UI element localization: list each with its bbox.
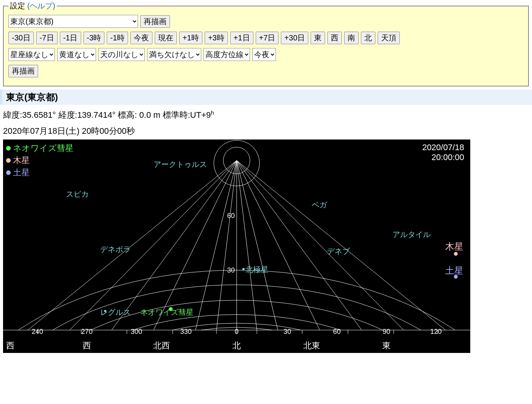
legend-label: 土星 [13, 167, 30, 178]
svg-line-14 [237, 160, 404, 330]
az-tick-270: 270 [81, 328, 93, 336]
az-tick-120: 120 [430, 328, 442, 336]
btn-east[interactable]: 東 [311, 32, 325, 44]
btn-plus-30d[interactable]: +30日 [281, 32, 308, 44]
btn-plus-3h[interactable]: +3時 [205, 32, 228, 44]
dir-n: 北 [232, 340, 241, 351]
alt-tick-60: 60 [227, 212, 235, 220]
dir-e: 東 [382, 340, 391, 351]
legend-item-jupiter: 木星 [6, 155, 74, 166]
legend-item-saturn: 土星 [6, 167, 74, 178]
help-link[interactable]: (ヘルプ) [27, 2, 55, 10]
select-constellation[interactable]: 星座線なし [8, 48, 55, 61]
svg-line-15 [237, 160, 445, 330]
legend-label: ネオワイズ彗星 [13, 143, 74, 154]
object-neowise: ネオワイズ彗星 [140, 307, 194, 317]
dir-edge-left: 西 [6, 340, 14, 351]
star-arcturus: アークトゥルス [154, 159, 207, 170]
btn-zenith[interactable]: 天頂 [378, 32, 400, 44]
sky-chart: ネオワイズ彗星 木星 土星 2020/07/18 20:00:00 60 30 … [3, 139, 470, 353]
svg-line-6 [154, 160, 237, 330]
btn-south[interactable]: 南 [344, 32, 359, 44]
datetime-line: 2020年07月18日(土) 20時00分00秒 [3, 124, 529, 138]
location-select[interactable]: 東京(東京都) [8, 15, 138, 28]
star-altair: アルタイル [393, 229, 431, 240]
dir-ne: 北東 [303, 340, 320, 351]
btn-plus-1h[interactable]: +1時 [179, 32, 202, 44]
star-vega: ベガ [312, 200, 327, 210]
svg-line-10 [237, 160, 257, 330]
settings-legend: 設定 (ヘルプ) [8, 1, 57, 11]
btn-tonight[interactable]: 今夜 [130, 32, 152, 44]
sky-timestamp: 2020/07/18 20:00:00 [422, 143, 464, 162]
select-ecliptic[interactable]: 黄道なし [57, 48, 96, 61]
az-tick-240: 240 [32, 328, 43, 336]
star-deneb: デネブ [327, 246, 350, 257]
sky-legend: ネオワイズ彗星 木星 土星 [6, 143, 74, 179]
dot-icon [6, 170, 11, 175]
svg-line-3 [28, 160, 237, 330]
star-regulus: レグルス [100, 307, 131, 317]
az-tick-90: 90 [383, 328, 390, 336]
svg-line-8 [216, 160, 237, 330]
az-tick-0: 0 [235, 328, 239, 336]
az-tick-300: 300 [131, 328, 142, 336]
select-altaz-grid[interactable]: 高度方位線 [204, 48, 250, 61]
coords-sup: h [211, 109, 214, 116]
star-denebola: デネボラ [100, 244, 131, 255]
btn-north[interactable]: 北 [361, 32, 375, 44]
svg-point-28 [242, 268, 245, 270]
redraw-button[interactable]: 再描画 [140, 15, 170, 28]
btn-minus-1d[interactable]: -1日 [60, 32, 81, 44]
svg-line-11 [237, 160, 278, 330]
object-jupiter: 木星 [445, 240, 463, 253]
settings-label: 設定 [10, 2, 25, 10]
redraw-button-2[interactable]: 再描画 [8, 65, 38, 77]
svg-line-12 [237, 160, 320, 330]
redraw-row: 再描画 [8, 65, 524, 77]
az-tick-60: 60 [333, 328, 341, 336]
btn-now[interactable]: 現在 [155, 32, 177, 44]
timestamp-date: 2020/07/18 [422, 143, 464, 152]
settings-panel: 設定 (ヘルプ) 東京(東京都) 再描画 -30日 -7日 -1日 -3時 -1… [3, 1, 529, 87]
timestamp-time: 20:00:00 [422, 152, 464, 162]
alt-tick-30: 30 [227, 266, 235, 274]
time-buttons-row: -30日 -7日 -1日 -3時 -1時 今夜 現在 +1時 +3時 +1日 +… [8, 32, 524, 44]
page-title: 東京(東京都) [0, 90, 532, 105]
btn-minus-30d[interactable]: -30日 [8, 32, 34, 44]
options-row: 星座線なし 黄道なし 天の川なし 満ち欠けなし 高度方位線 今夜 [8, 48, 524, 61]
select-milkyway[interactable]: 天の川なし [98, 48, 145, 61]
select-moonphase[interactable]: 満ち欠けなし [147, 48, 201, 61]
dot-icon [6, 146, 11, 151]
svg-line-7 [195, 160, 237, 330]
az-tick-330: 330 [180, 328, 192, 336]
btn-west[interactable]: 西 [327, 32, 342, 44]
btn-plus-7d[interactable]: +7日 [256, 32, 279, 44]
legend-item-neowise: ネオワイズ彗星 [6, 143, 74, 154]
dir-nw: 北西 [153, 340, 170, 351]
select-mode[interactable]: 今夜 [252, 48, 276, 61]
legend-label: 木星 [13, 155, 30, 166]
coords-text: 緯度:35.6581° 経度:139.7414° 標高: 0.0 m 標準時:U… [3, 110, 211, 120]
svg-line-4 [70, 160, 237, 330]
sky-wrap: ネオワイズ彗星 木星 土星 2020/07/18 20:00:00 60 30 … [3, 139, 529, 353]
btn-minus-3h[interactable]: -3時 [83, 32, 105, 44]
btn-minus-7d[interactable]: -7日 [36, 32, 58, 44]
dot-icon [6, 158, 11, 163]
object-saturn: 土星 [445, 265, 463, 277]
coords-line: 緯度:35.6581° 経度:139.7414° 標高: 0.0 m 標準時:U… [3, 108, 529, 122]
dir-w: 西 [83, 340, 91, 351]
svg-line-13 [237, 160, 362, 330]
location-row: 東京(東京都) 再描画 [8, 15, 524, 28]
star-polaris: 北極星 [245, 265, 268, 275]
az-tick-30: 30 [284, 328, 291, 336]
btn-minus-1h[interactable]: -1時 [107, 32, 128, 44]
btn-plus-1d[interactable]: +1日 [230, 32, 253, 44]
star-spica: スピカ [66, 189, 89, 199]
